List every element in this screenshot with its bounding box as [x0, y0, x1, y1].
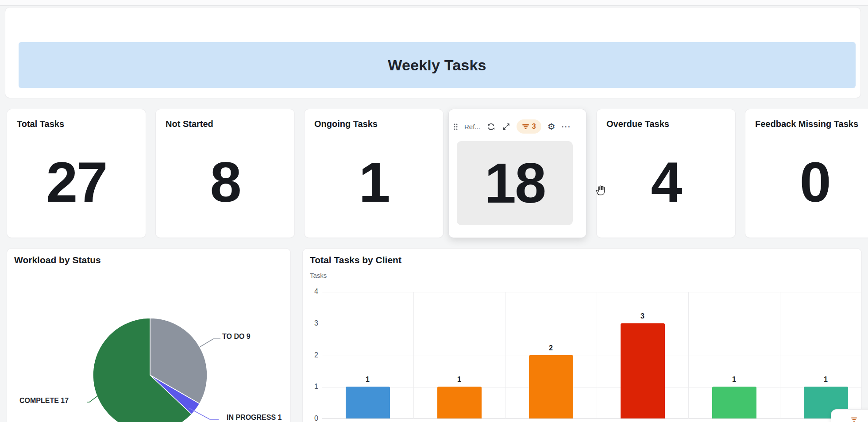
floating-toolbar-partial[interactable]	[831, 410, 868, 422]
kpi-value: 27	[46, 154, 106, 211]
widget-title-truncated: Ref...	[464, 123, 480, 130]
bar-0[interactable]	[346, 387, 390, 418]
bar-value-label: 1	[712, 376, 756, 384]
bar-3[interactable]	[621, 323, 665, 418]
title-banner[interactable]: Weekly Tasks	[19, 42, 856, 88]
kpi-card-ongoing-tasks[interactable]: Ongoing Tasks 1	[305, 109, 443, 238]
pie-label-todo: TO DO 9	[222, 333, 251, 341]
bar-chart-card[interactable]: Total Tasks by Client Tasks 43210112311	[303, 249, 861, 422]
kpi-value: 0	[799, 154, 829, 211]
y-axis-name: Tasks	[310, 272, 327, 279]
bar-chart-title: Total Tasks by Client	[310, 255, 401, 265]
top-strip	[0, 0, 868, 6]
bar-value-label: 3	[621, 312, 665, 320]
pie-chart[interactable]	[93, 318, 208, 422]
kpi-card-overdue-tasks[interactable]: Overdue Tasks 4	[597, 109, 735, 238]
kpi-value: 18	[485, 155, 545, 211]
widget-toolbar: Ref... 3 ⚙ ···	[453, 119, 580, 134]
refresh-icon[interactable]	[486, 122, 496, 131]
pie-label-in-progress: IN PROGRESS 1	[227, 414, 282, 422]
pie-chart-title: Workload by Status	[14, 255, 101, 265]
kpi-value: 4	[651, 154, 681, 211]
kpi-label: Not Started	[166, 119, 213, 129]
ellipsis-icon[interactable]: ···	[562, 123, 571, 130]
bar-plot-area: 43210112311	[322, 292, 861, 419]
bar-2[interactable]	[529, 355, 573, 419]
gear-icon[interactable]: ⚙	[548, 122, 556, 131]
page-title: Weekly Tasks	[388, 57, 486, 74]
kpi-card-total-tasks[interactable]: Total Tasks 27	[7, 109, 146, 238]
kpi-value-highlight[interactable]: 18	[457, 141, 573, 225]
kpi-label: Overdue Tasks	[606, 119, 669, 129]
pie-label-complete: COMPLETE 17	[19, 397, 69, 405]
kpi-value: 1	[359, 154, 389, 211]
bar-value-label: 1	[437, 376, 482, 384]
bar-1[interactable]	[437, 387, 482, 418]
bar-value-label: 1	[346, 376, 390, 384]
filter-count: 3	[532, 123, 536, 130]
kpi-card-reference-hovered[interactable]: Ref... 3 ⚙ ··· 18	[449, 109, 586, 238]
kpi-label: Feedback Missing Tasks	[755, 119, 858, 129]
header-card: Weekly Tasks	[5, 8, 860, 98]
dashboard-page: { "header": { "title": "Weekly Tasks" },…	[0, 0, 868, 422]
bar-value-label: 2	[529, 344, 573, 352]
filter-pill[interactable]: 3	[517, 119, 541, 134]
expand-icon[interactable]	[502, 123, 510, 131]
filter-icon	[851, 417, 857, 422]
kpi-label: Ongoing Tasks	[314, 119, 378, 129]
kpi-value: 8	[210, 154, 240, 211]
kpi-card-not-started[interactable]: Not Started 8	[156, 109, 294, 238]
kpi-card-feedback-missing[interactable]: Feedback Missing Tasks 0	[745, 109, 868, 238]
bar-value-label: 1	[804, 376, 848, 384]
filter-icon	[522, 123, 529, 130]
bar-4[interactable]	[712, 387, 756, 418]
pie-chart-card[interactable]: Workload by Status TO DO 9 COMPLETE 17 I…	[7, 249, 290, 422]
kpi-label: Total Tasks	[17, 119, 64, 129]
drag-handle-icon[interactable]	[453, 123, 458, 130]
